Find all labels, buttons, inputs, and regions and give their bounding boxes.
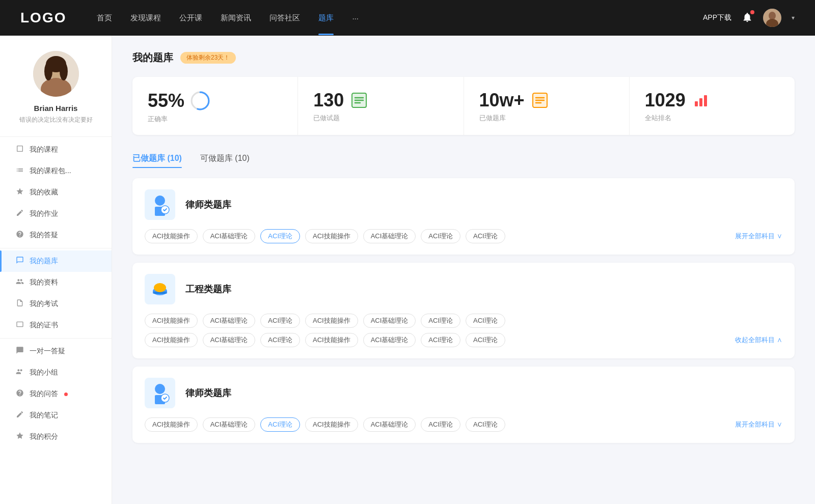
sidebar-icon-packages [15, 166, 24, 176]
bank-0-tags: ACI技能操作 ACI基础理论 ACI理论 ACI技能操作 ACI基础理论 AC… [145, 229, 782, 243]
bank-1-extra-tags: ACI技能操作 ACI基础理论 ACI理论 ACI技能操作 ACI基础理论 AC… [145, 333, 782, 347]
main-layout: Brian Harris 错误的决定比没有决定要好 我的课程 我的课程包... [0, 36, 815, 504]
bank-1-extra-tag-1[interactable]: ACI基础理论 [203, 333, 256, 347]
nav-more[interactable]: ··· [352, 14, 359, 22]
sidebar-item-certificate[interactable]: 我的证书 [0, 315, 112, 336]
bank-1-extra-tag-5[interactable]: ACI理论 [421, 333, 460, 347]
bank-0-tag-0[interactable]: ACI技能操作 [145, 229, 198, 243]
sidebar-divider-top [0, 136, 112, 137]
main-content: 我的题库 体验剩余23天！ 55% 正确率 [112, 36, 815, 504]
bank-card-1: 工程类题库 ACI技能操作 ACI基础理论 ACI理论 ACI技能操作 ACI基… [132, 263, 795, 358]
bank-2-expand[interactable]: 展开全部科目 ∨ [735, 420, 782, 429]
stat-done-banks-icon [531, 91, 549, 109]
logo[interactable]: LOGO [20, 10, 66, 26]
bank-1-collapse[interactable]: 收起全部科目 ∧ [735, 335, 782, 345]
bank-1-tag-2[interactable]: ACI理论 [260, 314, 300, 328]
sidebar-label-profile: 我的资料 [30, 278, 58, 287]
svg-rect-30 [156, 285, 164, 287]
bank-0-tag-3[interactable]: ACI技能操作 [305, 229, 358, 243]
sidebar-label-packages: 我的课程包... [30, 166, 71, 176]
sidebar-label-qa: 我的答疑 [30, 231, 58, 240]
bank-card-0-header: 律师类题库 [145, 189, 782, 220]
bank-2-tag-3[interactable]: ACI技能操作 [305, 417, 358, 432]
bank-0-tag-5[interactable]: ACI理论 [421, 229, 460, 243]
bank-1-tag-4[interactable]: ACI基础理论 [363, 314, 416, 328]
bank-1-tag-1[interactable]: ACI基础理论 [203, 314, 256, 328]
sidebar-item-courses[interactable]: 我的课程 [0, 139, 112, 160]
svg-rect-31 [154, 292, 166, 294]
nav-qa[interactable]: 问答社区 [269, 13, 300, 23]
bank-title-2: 律师类题库 [185, 387, 231, 399]
bank-2-tag-6[interactable]: ACI理论 [466, 417, 505, 432]
sidebar-label-courses: 我的课程 [30, 145, 58, 154]
bank-1-extra-tag-3[interactable]: ACI技能操作 [305, 333, 358, 347]
bank-icon-1 [145, 274, 175, 304]
bank-1-tag-5[interactable]: ACI理论 [421, 314, 460, 328]
sidebar-item-favorites[interactable]: 我的收藏 [0, 182, 112, 203]
sidebar-label-group: 我的小组 [30, 368, 58, 377]
sidebar-item-profile[interactable]: 我的资料 [0, 272, 112, 293]
bank-1-extra-tag-6[interactable]: ACI理论 [466, 333, 505, 347]
bank-0-expand[interactable]: 展开全部科目 ∨ [735, 232, 782, 241]
bank-2-tag-1[interactable]: ACI基础理论 [203, 417, 256, 432]
sidebar-username: Brian Harris [34, 104, 78, 113]
sidebar-item-myqa[interactable]: 我的问答 [0, 383, 112, 405]
sidebar-icon-points [15, 432, 24, 442]
svg-point-32 [155, 384, 165, 394]
bank-0-tag-1[interactable]: ACI基础理论 [203, 229, 256, 243]
bank-0-tag-2[interactable]: ACI理论 [260, 229, 300, 243]
sidebar-item-questionbank[interactable]: 我的题库 [0, 250, 112, 272]
bank-2-tag-0[interactable]: ACI技能操作 [145, 417, 198, 432]
bank-1-tag-0[interactable]: ACI技能操作 [145, 314, 198, 328]
sidebar-icon-questionbank [15, 256, 24, 266]
sidebar-item-qa[interactable]: 我的答疑 [0, 225, 112, 246]
stat-done-questions-top: 130 [313, 91, 448, 109]
sidebar-item-group[interactable]: 我的小组 [0, 362, 112, 383]
nav-questions[interactable]: 题库 [318, 13, 334, 23]
sidebar-item-notes[interactable]: 我的笔记 [0, 405, 112, 426]
bank-1-tag-6[interactable]: ACI理论 [466, 314, 505, 328]
bank-0-tag-4[interactable]: ACI基础理论 [363, 229, 416, 243]
bank-1-extra-tag-2[interactable]: ACI理论 [260, 333, 300, 347]
tab-todo[interactable]: 可做题库 (10) [200, 149, 250, 168]
sidebar-label-exam: 我的考试 [30, 299, 58, 309]
tab-done[interactable]: 已做题库 (10) [132, 149, 182, 168]
bank-2-tag-4[interactable]: ACI基础理论 [363, 417, 416, 432]
nav-opencourse[interactable]: 公开课 [179, 13, 202, 23]
nav-discover[interactable]: 发现课程 [130, 13, 161, 23]
stat-accuracy-top: 55% [148, 91, 282, 110]
stat-done-questions-label: 已做试题 [313, 114, 448, 123]
sidebar-item-exam[interactable]: 我的考试 [0, 293, 112, 315]
sidebar-motto: 错误的决定比没有决定要好 [11, 116, 101, 124]
bank-2-tag-5[interactable]: ACI理论 [421, 417, 460, 432]
bank-1-tag-3[interactable]: ACI技能操作 [305, 314, 358, 328]
sidebar-icon-myqa [15, 389, 24, 399]
svg-point-8 [60, 62, 68, 80]
sidebar-item-packages[interactable]: 我的课程包... [0, 160, 112, 182]
bank-0-tag-6[interactable]: ACI理论 [466, 229, 505, 243]
stat-done-questions-value: 130 [313, 91, 344, 109]
stat-accuracy-label: 正确率 [148, 115, 282, 124]
nav-news[interactable]: 新闻资讯 [221, 13, 251, 23]
svg-point-7 [44, 62, 52, 80]
bank-icon-0 [145, 189, 175, 220]
sidebar-label-homework: 我的作业 [30, 209, 58, 218]
nav-home[interactable]: 首页 [97, 13, 112, 23]
app-download-button[interactable]: APP下载 [703, 13, 731, 22]
bank-1-extra-tag-0[interactable]: ACI技能操作 [145, 333, 198, 347]
user-avatar[interactable] [763, 9, 781, 27]
sidebar-icon-favorites [15, 187, 24, 198]
notification-bell[interactable] [742, 12, 753, 24]
sidebar-item-points[interactable]: 我的积分 [0, 426, 112, 447]
sidebar-icon-homework [15, 209, 24, 219]
sidebar-item-1v1qa[interactable]: 一对一答疑 [0, 341, 112, 362]
sidebar-label-1v1qa: 一对一答疑 [30, 347, 65, 356]
bank-1-extra-tag-4[interactable]: ACI基础理论 [363, 333, 416, 347]
svg-point-24 [155, 195, 165, 206]
sidebar-label-certificate: 我的证书 [30, 321, 58, 330]
sidebar-item-homework[interactable]: 我的作业 [0, 203, 112, 225]
stat-rank-value: 1029 [645, 91, 686, 109]
stats-row: 55% 正确率 130 [132, 77, 795, 135]
user-menu-chevron[interactable]: ▾ [792, 14, 795, 21]
bank-2-tag-2[interactable]: ACI理论 [260, 417, 300, 432]
